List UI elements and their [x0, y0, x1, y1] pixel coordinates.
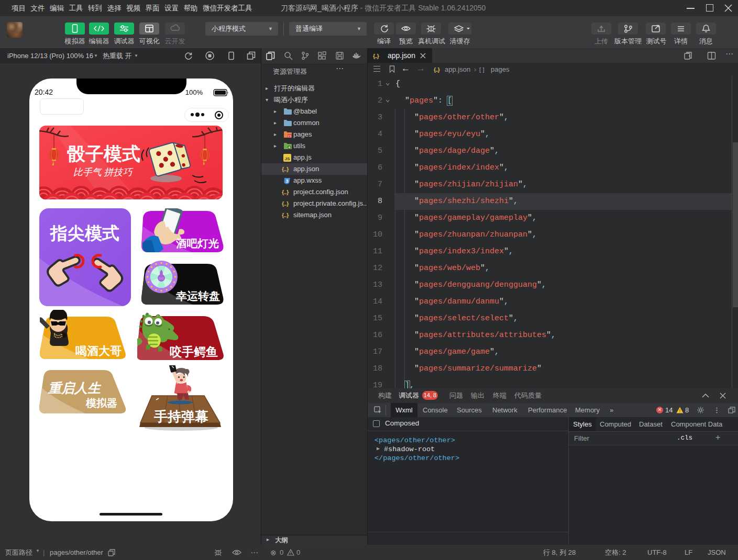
svg-text:{}: {}: [288, 135, 291, 138]
svg-text:手持弹幕: 手持弹幕: [154, 409, 208, 424]
svg-text:幸运转盘: 幸运转盘: [175, 290, 220, 302]
svg-text:JS: JS: [285, 156, 290, 161]
svg-text:比手气 拼技巧: 比手气 拼技巧: [73, 167, 134, 177]
svg-text:3: 3: [285, 178, 288, 184]
svg-text:指尖模式: 指尖模式: [49, 223, 119, 243]
svg-text:重启人生: 重启人生: [48, 380, 102, 395]
svg-text:咬手鳄鱼: 咬手鳄鱼: [170, 345, 218, 359]
svg-text:骰子模式: 骰子模式: [67, 143, 140, 164]
svg-text:!: !: [679, 408, 680, 413]
svg-text:酒吧灯光: 酒吧灯光: [175, 237, 219, 249]
svg-text:模拟器: 模拟器: [85, 397, 117, 409]
svg-text:GO: GO: [159, 277, 164, 280]
svg-text:喝酒大哥: 喝酒大哥: [75, 344, 122, 357]
